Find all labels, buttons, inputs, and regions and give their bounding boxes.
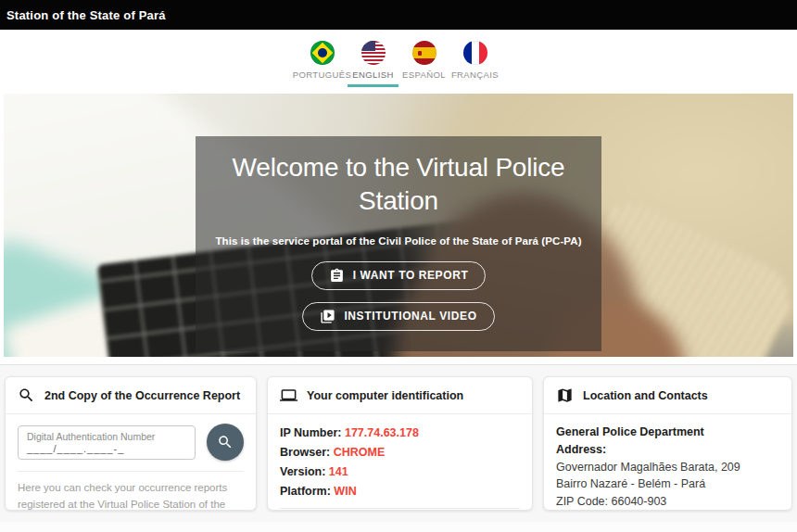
card-description: Here you can check your occurrence repor… <box>18 471 244 511</box>
institutional-video-button[interactable]: INSTITUTIONAL VIDEO <box>302 302 494 331</box>
france-flag-icon <box>463 41 487 65</box>
department-name: General Police Department <box>556 424 779 441</box>
spacer <box>0 357 797 364</box>
footer <box>0 522 797 532</box>
version-row: Version: 141 <box>280 462 520 482</box>
tab-english[interactable]: ENGLISH <box>348 41 398 87</box>
report-icon <box>329 268 345 284</box>
input-label: Digital Authentication Number <box>27 431 186 442</box>
card-description: Here you can check the computer or devic… <box>280 508 520 511</box>
hero-title: Welcome to the Virtual Police Station <box>203 151 594 219</box>
digital-authentication-input[interactable]: Digital Authentication Number ____/____.… <box>18 425 196 460</box>
input-mask: ____/____.____-_ <box>27 443 186 454</box>
tab-espanol[interactable]: ESPAÑOL <box>398 41 449 87</box>
video-icon <box>320 309 335 324</box>
location-contacts-card: Location and Contacts General Police Dep… <box>543 376 792 511</box>
bottom-section: 2nd Copy of the Occurrence Report Digita… <box>0 364 797 522</box>
spain-flag-icon <box>412 41 436 65</box>
version-value: 141 <box>329 465 348 478</box>
tab-label: FRANÇAIS <box>451 70 499 80</box>
search-icon <box>217 434 234 450</box>
laptop-icon <box>280 386 297 404</box>
address-label: Address: <box>556 441 779 459</box>
brazil-flag-icon <box>310 41 335 65</box>
tab-label: PORTUGUÊS <box>293 70 352 80</box>
map-icon <box>556 386 574 404</box>
address-line: Governador Magalhães Barata, 209 <box>556 459 779 476</box>
button-label: INSTITUTIONAL VIDEO <box>344 310 476 323</box>
window-title-bar: Station of the State of Pará <box>0 0 797 30</box>
computer-identification-card: Your computer identification IP Number: … <box>267 376 533 511</box>
search-icon <box>18 386 35 404</box>
hero-banner: Welcome to the Virtual Police Station Th… <box>4 94 793 357</box>
browser-row: Browser: CHROME <box>280 443 520 462</box>
language-nav: PORTUGUÊS ENGLISH ESPAÑOL FRANÇAIS <box>0 30 797 94</box>
platform-value: WIN <box>334 485 356 498</box>
address-line: Bairro Nazaré - Belém - Pará <box>556 475 779 493</box>
card-title: Location and Contacts <box>583 389 708 402</box>
card-title: Your computer identification <box>307 389 463 402</box>
browser-value: CHROME <box>334 446 386 459</box>
card-title: 2nd Copy of the Occurrence Report <box>44 389 240 402</box>
tab-label: ENGLISH <box>352 70 394 80</box>
usa-flag-icon <box>361 41 386 65</box>
hero-overlay: Welcome to the Virtual Police Station Th… <box>196 136 601 351</box>
tab-portugues[interactable]: PORTUGUÊS <box>297 41 348 87</box>
tab-label: ESPAÑOL <box>402 70 446 80</box>
search-report-button[interactable] <box>207 424 244 461</box>
page-title: Station of the State of Pará <box>6 8 166 22</box>
occurrence-report-card: 2nd Copy of the Occurrence Report Digita… <box>5 376 257 511</box>
platform-row: Platform: WIN <box>280 482 520 501</box>
tab-francais[interactable]: FRANÇAIS <box>449 41 500 87</box>
hero-subtitle: This is the service portal of the Civil … <box>203 235 594 247</box>
ip-number-row: IP Number: 177.74.63.178 <box>280 424 520 443</box>
button-label: I WANT TO REPORT <box>353 269 469 282</box>
i-want-to-report-button[interactable]: I WANT TO REPORT <box>311 261 487 290</box>
ip-number-value: 177.74.63.178 <box>345 426 419 439</box>
address-line: ZIP Code: 66040-903 <box>556 493 779 511</box>
